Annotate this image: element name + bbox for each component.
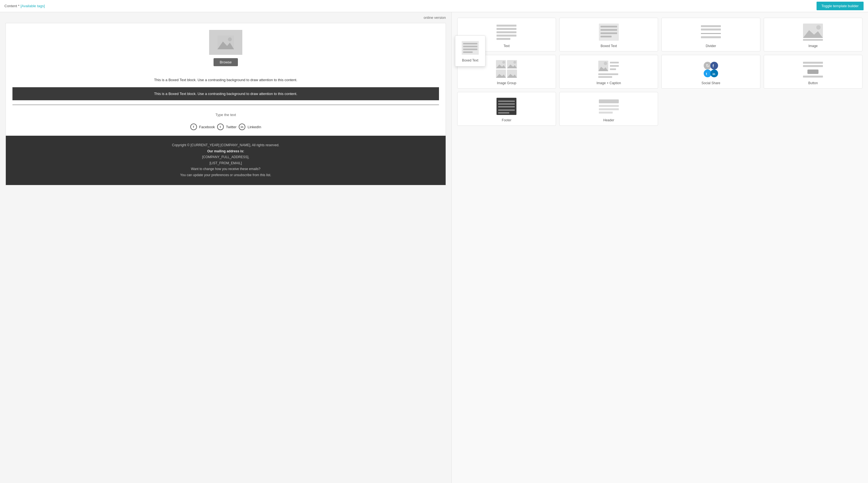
header-block-label: Header [603,118,614,122]
svg-rect-17 [600,36,612,37]
footer-address: [COMPANY_FULL_ADDRESS], [12,154,439,160]
svg-point-31 [514,61,516,64]
image-group-block-icon [495,60,518,79]
svg-rect-53 [803,65,823,67]
svg-rect-18 [701,25,721,27]
svg-rect-40 [610,65,619,67]
text-block-icon [495,23,518,42]
svg-rect-10 [497,31,517,33]
svg-point-46 [710,62,718,69]
block-item-button[interactable]: Button [764,55,863,89]
tooltip-icon [461,39,480,56]
available-tags-link[interactable]: [Available tags] [21,4,45,8]
svg-point-28 [502,61,505,64]
svg-point-24 [816,25,821,30]
footer-copyright: Copyright © [CURRENT_YEAR] [COMPANY_NAME… [12,142,439,148]
linkedin-label: LinkedIn [248,125,261,129]
image-caption-block-icon [598,60,620,79]
svg-text:t: t [706,72,707,76]
top-bar: Content * [Available tags] Toggle templa… [0,0,868,12]
main-layout: online version Browse This is a Boxed Te… [0,12,868,483]
text-block: This is a Boxed Text block. Use a contra… [6,73,445,87]
facebook-icon: f [190,123,197,130]
facebook-label: Facebook [199,125,215,129]
preview-panel: online version Browse This is a Boxed Te… [0,12,452,483]
svg-rect-9 [497,28,517,30]
svg-rect-65 [599,112,613,114]
svg-rect-52 [803,62,823,64]
svg-text:in: in [713,72,715,76]
block-item-image-caption[interactable]: Image + Caption [559,55,658,89]
svg-point-38 [604,62,607,65]
svg-rect-25 [803,39,823,41]
svg-point-48 [704,69,711,77]
social-share-block: f Facebook t Twitter in LinkedIn [6,120,445,136]
type-text-block[interactable]: Type the text [6,109,445,120]
svg-rect-55 [803,76,823,78]
block-item-social-share[interactable]: ↻ f t in Social Share [661,55,760,89]
toggle-template-builder-button[interactable]: Toggle template builder [816,2,864,10]
block-item-header[interactable]: Header [559,92,658,126]
twitter-icon: t [217,123,224,130]
svg-rect-61 [498,112,509,114]
content-label-area: Content * [Available tags] [4,4,45,8]
svg-rect-42 [598,74,618,75]
text-block-label: Text [503,44,509,48]
blocks-grid: Text Boxed Text [457,18,863,126]
footer-mailing-label: Our mailing address is: [12,148,439,154]
svg-rect-15 [600,29,617,31]
svg-rect-11 [497,35,517,36]
boxed-text-block: This is a Boxed Text block. Use a contra… [12,87,439,101]
block-item-image[interactable]: Image [764,18,863,52]
tooltip-label: Boxed Text [462,58,478,62]
svg-rect-21 [701,36,721,38]
svg-rect-14 [600,26,617,27]
image-group-block-label: Image Group [497,81,516,85]
footer-change-text: Want to change how you receive these ema… [12,166,439,172]
svg-rect-16 [600,32,617,34]
svg-point-2 [228,37,232,41]
svg-rect-6 [463,49,477,50]
svg-text:f: f [713,64,714,68]
svg-rect-12 [497,38,510,40]
builder-panel: Boxed Text Text [452,12,868,483]
svg-rect-60 [498,109,515,111]
image-caption-block-label: Image + Caption [597,81,621,85]
divider-line [12,105,439,105]
online-version-text: online version [424,16,446,20]
svg-text:↻: ↻ [706,63,710,68]
twitter-label: Twitter [226,125,237,129]
browse-button[interactable]: Browse [214,58,238,66]
header-block-icon [598,97,620,116]
footer-block: Copyright © [CURRENT_YEAR] [COMPANY_NAME… [6,136,445,185]
boxed-text-tooltip[interactable]: Boxed Text [455,35,486,66]
social-share-block-icon: ↻ f t in [700,60,722,79]
svg-rect-54 [807,69,818,74]
linkedin-icon: in [239,123,245,130]
online-version-bar: online version [0,12,452,23]
image-placeholder [209,30,242,55]
button-block-icon [802,60,824,79]
block-item-divider[interactable]: Divider [661,18,760,52]
boxed-text-block-label: Boxed Text [600,44,617,48]
svg-rect-58 [498,103,515,105]
email-body: Browse This is a Boxed Text block. Use a… [5,23,446,185]
boxed-text-block-icon [598,23,620,42]
image-block-label: Image [809,44,818,48]
content-label: Content * [4,4,19,8]
footer-block-label: Footer [502,118,512,122]
image-block-icon [802,23,824,42]
divider-block-icon [700,23,722,42]
svg-rect-8 [497,25,517,27]
svg-rect-64 [599,108,619,110]
svg-rect-4 [463,43,477,44]
divider-block-label: Divider [706,44,716,48]
social-share-block-label: Social Share [702,81,720,85]
svg-rect-43 [598,76,612,78]
svg-rect-39 [610,62,619,63]
block-item-boxed-text[interactable]: Boxed Text [559,18,658,52]
footer-unsubscribe-text: You can update your preferences or unsub… [12,172,439,178]
svg-rect-63 [599,105,619,107]
footer-email: [LIST_FROM_EMAIL] [12,160,439,166]
block-item-footer[interactable]: Footer [457,92,556,126]
